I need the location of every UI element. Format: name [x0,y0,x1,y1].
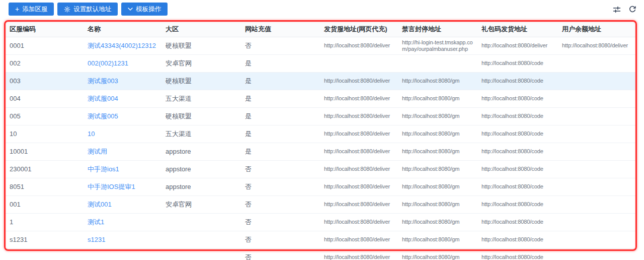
cell-region: appstore [162,178,241,196]
cell-balance-url [558,178,635,196]
cell-code: 0001 [6,37,84,54]
server-name-link[interactable]: 测试服003 [88,77,118,85]
cell-name: 测试1 [84,213,162,231]
cell-balance-url [558,231,635,248]
set-default-address-button[interactable]: 设置默认地址 [57,3,118,16]
cell-ban-url: http://localhost:8080/gm [398,178,477,196]
table-row[interactable]: 230001中手游ios1appstore否http://localhost:8… [6,160,635,178]
cell-web-recharge: 否 [241,231,320,248]
column-header: 大区 [162,22,241,37]
cell-code: 003 [6,72,84,90]
cell-ban-url: http://localhost:8080/gm [398,213,477,231]
server-name-link[interactable]: 中手游IOS提审1 [88,183,135,190]
cell-region [162,213,241,231]
column-settings-icon[interactable] [612,5,621,14]
column-header: 用户余额地址 [558,22,635,37]
table-row[interactable]: 8051中手游IOS提审1appstore否http://localhost:8… [6,178,635,196]
set-default-address-label: 设置默认地址 [73,6,111,13]
cell-ban-url: http://localhost:8080/gm [398,143,477,160]
cell-deliver-url [320,54,398,72]
cell-name: s1231 [84,231,162,248]
server-table-wrap: 区服编码名称大区网站充值发货服地址(网页代充)禁言封停地址礼包码发货地址用户余额… [6,22,635,260]
cell-ban-url: http://localhost:8080/gm [398,90,477,107]
table-row[interactable]: 004测试服004五大渠道是http://localhost:8080/deli… [6,90,635,107]
table-row-partial[interactable]: 否http://localhost:8080/deliverhttp://loc… [6,248,635,260]
table-row[interactable]: 003测试服003硬核联盟是http://localhost:8080/deli… [6,72,635,90]
cell-code: 230001 [6,160,84,178]
add-server-button[interactable]: + 添加区服 [9,3,54,16]
template-actions-label: 模板操作 [136,6,161,13]
cell-code: 10001 [6,143,84,160]
cell-ban-url: http://localhost:8080/gm [398,196,477,213]
table-row[interactable]: 1010五大渠道是http://localhost:8080/deliverht… [6,125,635,143]
cell-region: 安卓官网 [162,54,241,72]
table-toolbar-icons [612,5,636,14]
cell-web-recharge: 否 [241,213,320,231]
server-name-link[interactable]: 测试001 [88,201,112,208]
cell-balance-url [558,143,635,160]
server-name-link[interactable]: 测试用 [88,148,107,155]
column-header: 禁言封停地址 [398,22,477,37]
cell-code: 002 [6,54,84,72]
server-name-link[interactable]: 002(002)1231 [88,59,128,67]
refresh-icon[interactable] [628,5,636,14]
cell-gift-url: http://localhost:8080/code [477,213,558,231]
cell-deliver-url: http://localhost:8080/deliver [320,143,398,160]
cell-web-recharge: 是 [241,72,320,90]
server-name-link[interactable]: s1231 [88,236,105,243]
cell-code: s1231 [6,231,84,248]
server-name-link[interactable]: 中手游ios1 [88,165,119,173]
gear-icon [64,6,70,13]
cell-balance-url [558,213,635,231]
cell-balance-url [558,90,635,107]
server-name-link[interactable]: 测试服005 [88,112,118,120]
server-table: 区服编码名称大区网站充值发货服地址(网页代充)禁言封停地址礼包码发货地址用户余额… [6,22,635,260]
cell-gift-url: http://localhost:8080/deliver [477,37,558,54]
cell-gift-url: http://localhost:8080/code [477,248,558,260]
template-actions-button[interactable]: 模板操作 [121,3,168,16]
cell-balance-url [558,160,635,178]
cell-gift-url: http://localhost:8080/code [477,54,558,72]
server-name-link[interactable]: 10 [88,130,95,138]
cell-name: 测试服003 [84,72,162,90]
cell-gift-url: http://localhost:8080/code [477,72,558,90]
cell-name: 测试43343(4002)12312 [84,37,162,54]
cell-ban-url: http://hi-login-test.tmskapp.com/pay/our… [398,37,477,54]
cell-name: 测试服005 [84,107,162,125]
cell-name: 测试001 [84,196,162,213]
cell-web-recharge: 否 [241,37,320,54]
table-row[interactable]: 001测试001安卓官网否http://localhost:8080/deliv… [6,196,635,213]
cell-web-recharge: 是 [241,143,320,160]
cell-gift-url: http://localhost:8080/code [477,231,558,248]
cell-web-recharge: 否 [241,178,320,196]
cell-gift-url: http://localhost:8080/code [477,196,558,213]
cell-gift-url: http://localhost:8080/code [477,125,558,143]
cell-name: 中手游ios1 [84,160,162,178]
column-header: 发货服地址(网页代充) [320,22,398,37]
cell-deliver-url: http://localhost:8080/deliver [320,231,398,248]
cell-web-recharge: 是 [241,125,320,143]
table-row[interactable]: 005测试服005硬核联盟是http://localhost:8080/deli… [6,107,635,125]
cell-name [84,248,162,260]
cell-deliver-url: http://localhost:8080/deliver [320,248,398,260]
server-name-link[interactable]: 测试服004 [88,95,118,102]
server-name-link[interactable]: 测试43343(4002)12312 [88,42,156,49]
cell-deliver-url: http://localhost:8080/deliver [320,125,398,143]
cell-balance-url [558,248,635,260]
cell-balance-url [558,107,635,125]
cell-code: 005 [6,107,84,125]
table-row[interactable]: 10001测试用appstore是http://localhost:8080/d… [6,143,635,160]
cell-web-recharge: 否 [241,196,320,213]
cell-web-recharge: 否 [241,248,320,260]
cell-name: 测试用 [84,143,162,160]
cell-ban-url: http://localhost:8080/gm [398,72,477,90]
cell-code: 8051 [6,178,84,196]
table-row[interactable]: 1测试1否http://localhost:8080/deliverhttp:/… [6,213,635,231]
cell-balance-url [558,54,635,72]
cell-region: 五大渠道 [162,125,241,143]
table-row[interactable]: 0001测试43343(4002)12312硬核联盟否http://localh… [6,37,635,54]
table-row[interactable]: 002002(002)1231安卓官网是http://localhost:808… [6,54,635,72]
table-row[interactable]: s1231s1231否http://localhost:8080/deliver… [6,231,635,248]
server-name-link[interactable]: 测试1 [88,218,104,226]
table-body: 0001测试43343(4002)12312硬核联盟否http://localh… [6,37,635,260]
